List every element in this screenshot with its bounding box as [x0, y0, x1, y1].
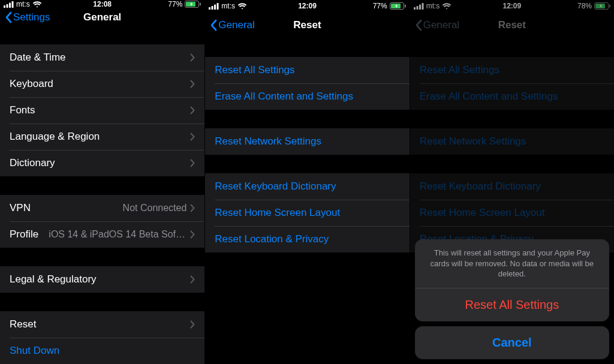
chevron-back-icon: [210, 19, 217, 31]
nav-back-button[interactable]: Settings: [5, 11, 50, 23]
chevron-right-icon: [190, 159, 195, 167]
cell-accessory: [190, 133, 195, 141]
cell-reset[interactable]: Reset: [0, 311, 204, 338]
battery-percent: 77%: [373, 2, 387, 10]
cell-date-time[interactable]: Date & Time: [0, 44, 204, 71]
cell-label: Erase All Content and Settings: [215, 91, 353, 103]
cell-profile[interactable]: ProfileiOS 14 & iPadOS 14 Beta Softwar..…: [0, 221, 204, 248]
wifi-icon: [237, 3, 247, 10]
nav-bar: SettingsGeneral: [0, 8, 204, 26]
nav-back-button[interactable]: General: [210, 19, 254, 31]
status-bar: mt:s12:0877%: [0, 0, 204, 8]
battery-icon: [185, 1, 201, 8]
cell-legal[interactable]: Legal & Regulatory: [0, 266, 204, 293]
section-gap: [205, 155, 409, 173]
svg-rect-6: [200, 3, 201, 6]
cell-label: Reset All Settings: [215, 64, 294, 76]
cell-label: Fonts: [10, 104, 35, 116]
chevron-right-icon: [190, 275, 195, 284]
svg-rect-10: [217, 3, 219, 10]
cell-accessory: [190, 80, 195, 88]
cell-reset-location[interactable]: Reset Location & Privacy: [205, 226, 409, 252]
cell-label: Reset Location & Privacy: [215, 233, 329, 245]
signal-icon: [4, 1, 14, 8]
section-gap: [0, 248, 204, 266]
cell-reset-keyboard[interactable]: Reset Keyboard Dictionary: [205, 173, 409, 200]
cell-label: Reset Home Screen Layout: [215, 207, 340, 219]
carrier-label: mt:s: [221, 2, 235, 10]
svg-rect-1: [7, 4, 8, 8]
cell-label: Reset Keyboard Dictionary: [215, 181, 336, 192]
screen-content: Date & TimeKeyboardFontsLanguage & Regio…: [0, 26, 204, 364]
svg-rect-0: [4, 5, 5, 8]
svg-rect-3: [12, 1, 14, 8]
cell-label: Profile: [10, 228, 38, 240]
cell-label: Keyboard: [10, 78, 53, 90]
chevron-right-icon: [190, 133, 195, 141]
signal-icon: [209, 3, 219, 10]
cell-accessory: iOS 14 & iPadOS 14 Beta Softwar...: [49, 229, 195, 240]
clock: 12:08: [93, 0, 112, 8]
cell-reset-network[interactable]: Reset Network Settings: [205, 128, 409, 155]
action-sheet-message: This will reset all settings and your Ap…: [415, 239, 609, 288]
section-gap: [205, 110, 409, 128]
cell-reset-all[interactable]: Reset All Settings: [205, 57, 409, 83]
wifi-icon: [32, 1, 42, 8]
svg-rect-2: [9, 2, 11, 8]
cell-vpn[interactable]: VPNNot Connected: [0, 195, 204, 221]
chevron-right-icon: [190, 106, 195, 115]
phone-screen: mt:s12:0977%GeneralResetReset All Settin…: [204, 0, 409, 364]
section-gap: [0, 176, 204, 195]
cell-accessory: Not Connected: [123, 203, 195, 213]
cell-accessory: [190, 275, 195, 284]
cell-label: Shut Down: [10, 345, 59, 357]
screen-content: Reset All SettingsErase All Content and …: [205, 38, 409, 364]
cell-accessory: [190, 53, 195, 62]
section-gap: [205, 38, 409, 57]
chevron-right-icon: [190, 204, 195, 212]
cell-label: Reset Network Settings: [215, 136, 321, 148]
nav-title: General: [83, 11, 121, 23]
cell-shut-down[interactable]: Shut Down: [0, 338, 204, 364]
chevron-right-icon: [190, 230, 195, 239]
battery-percent: 77%: [168, 0, 182, 8]
cell-fonts[interactable]: Fonts: [0, 97, 204, 124]
chevron-right-icon: [190, 320, 195, 329]
cell-value: Not Connected: [123, 203, 187, 213]
phone-screen: mt:s12:0877%SettingsGeneralDate & TimeKe…: [0, 0, 204, 364]
phone-screen: mt:s12:0978%GeneralResetReset All Settin…: [410, 0, 614, 364]
cell-accessory: [190, 106, 195, 115]
cell-accessory: [190, 159, 195, 167]
chevron-right-icon: [190, 80, 195, 88]
svg-rect-9: [214, 4, 216, 10]
cell-label: VPN: [10, 202, 31, 214]
cell-accessory: [190, 320, 195, 329]
action-sheet: This will reset all settings and your Ap…: [415, 239, 609, 321]
cell-keyboard[interactable]: Keyboard: [0, 71, 204, 97]
cell-value: iOS 14 & iPadOS 14 Beta Softwar...: [49, 229, 186, 240]
cell-label: Language & Region: [10, 131, 100, 143]
cell-label: Legal & Regulatory: [10, 273, 97, 285]
section-gap: [0, 293, 204, 311]
nav-back-label: General: [218, 19, 254, 31]
nav-title: Reset: [293, 19, 321, 31]
svg-rect-7: [209, 7, 210, 10]
carrier-label: mt:s: [16, 0, 30, 8]
cell-dictionary[interactable]: Dictionary: [0, 150, 204, 176]
section-gap: [0, 26, 204, 44]
cell-reset-home[interactable]: Reset Home Screen Layout: [205, 200, 409, 226]
action-sheet-overlay[interactable]: This will reset all settings and your Ap…: [410, 0, 614, 364]
cell-erase-all[interactable]: Erase All Content and Settings: [205, 83, 409, 110]
action-sheet-destructive-button[interactable]: Reset All Settings: [415, 288, 609, 321]
svg-rect-8: [212, 6, 213, 10]
status-bar: mt:s12:0977%: [205, 0, 409, 12]
nav-bar: GeneralReset: [205, 12, 409, 38]
chevron-back-icon: [5, 11, 12, 23]
cell-language-region[interactable]: Language & Region: [0, 124, 204, 150]
action-sheet-cancel-button[interactable]: Cancel: [415, 326, 609, 359]
battery-icon: [390, 2, 406, 10]
cell-label: Date & Time: [10, 52, 66, 64]
svg-rect-13: [405, 5, 406, 8]
cell-label: Dictionary: [10, 157, 55, 169]
cell-label: Reset: [10, 318, 36, 330]
